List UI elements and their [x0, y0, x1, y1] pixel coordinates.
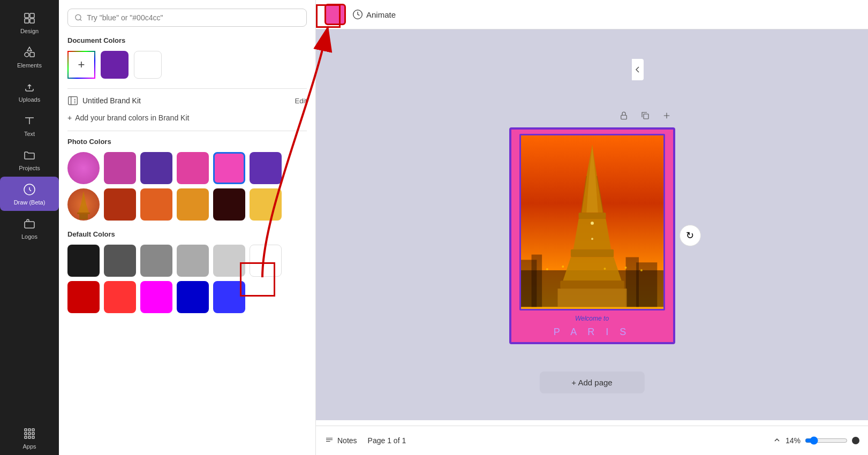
photo-swatch-4[interactable]	[177, 152, 209, 184]
sidebar-item-logos[interactable]: Logos	[0, 211, 59, 245]
photo-swatch-2[interactable]	[104, 152, 136, 184]
photo-swatch-11[interactable]	[213, 188, 245, 221]
chevron-up-icon	[773, 436, 781, 444]
add-page-icon	[662, 111, 671, 120]
elements-icon	[22, 45, 37, 60]
svg-marker-19	[78, 191, 89, 213]
eiffel-tower-svg	[521, 134, 663, 309]
add-page-button[interactable]: + Add page	[539, 371, 644, 393]
duplicate-icon	[640, 111, 650, 120]
photo-swatch-12[interactable]	[250, 188, 282, 221]
svg-rect-2	[25, 19, 29, 23]
def-swatch-magenta[interactable]	[140, 281, 172, 313]
sidebar-item-design[interactable]: Design	[0, 5, 59, 40]
color-preview-button[interactable]	[324, 4, 346, 25]
eiffel-mini-icon	[67, 188, 100, 221]
color-search-bar[interactable]	[67, 9, 307, 27]
svg-rect-0	[25, 13, 29, 18]
photo-swatch-3[interactable]	[140, 152, 172, 184]
chevron-up-button[interactable]	[773, 436, 781, 446]
duplicate-button[interactable]	[637, 107, 654, 124]
design-card-container: Welcome to P A R I S ↻	[509, 127, 675, 344]
add-brand-label: Add your brand colors in Brand Kit	[75, 113, 189, 122]
draw-icon	[22, 182, 37, 197]
svg-rect-28	[531, 254, 542, 307]
color-search-input[interactable]	[87, 13, 300, 22]
svg-rect-13	[32, 433, 34, 435]
sidebar-label-text: Text	[24, 131, 35, 137]
refresh-button[interactable]: ↻	[680, 225, 701, 246]
divider-2	[67, 131, 307, 131]
animate-button[interactable]: Animate	[352, 9, 396, 20]
def-swatch-white[interactable]	[250, 245, 282, 277]
sidebar-item-text[interactable]: Text	[0, 108, 59, 142]
svg-rect-7	[25, 222, 34, 228]
zoom-level: 14%	[786, 436, 801, 445]
svg-rect-3	[30, 19, 34, 23]
def-swatch-black[interactable]	[67, 245, 100, 277]
notes-button[interactable]: Notes	[324, 436, 357, 445]
color-panel: Document Colors + Untitled Brand Kit Edi…	[59, 0, 316, 455]
doc-color-purple[interactable]	[101, 51, 129, 79]
sidebar-label-apps: Apps	[22, 443, 36, 450]
collapse-panel-button[interactable]	[632, 59, 644, 80]
doc-color-white[interactable]	[134, 51, 162, 79]
svg-point-39	[591, 221, 594, 224]
def-swatch-blue[interactable]	[177, 281, 209, 313]
notes-icon	[324, 436, 334, 445]
def-swatch-red[interactable]	[67, 281, 100, 313]
svg-point-43	[546, 268, 548, 270]
svg-point-17	[76, 14, 81, 20]
photo-swatch-6[interactable]	[250, 152, 282, 184]
def-swatch-lightblue[interactable]	[213, 281, 245, 313]
add-brand-colors-button[interactable]: + Add your brand colors in Brand Kit	[67, 111, 189, 124]
photo-swatch-5-selected[interactable]	[213, 152, 245, 184]
zoom-slider[interactable]	[805, 436, 848, 445]
document-colors-swatches: +	[67, 51, 307, 79]
brand-kit-left: Untitled Brand Kit	[67, 95, 141, 106]
photo-swatch-1[interactable]	[67, 152, 100, 184]
add-brand-plus-icon: +	[67, 113, 72, 122]
notes-label: Notes	[337, 436, 357, 445]
sidebar-item-uploads[interactable]: Uploads	[0, 74, 59, 108]
collapse-icon	[635, 66, 640, 73]
def-swatch-lightgray[interactable]	[177, 245, 209, 277]
add-to-page-button[interactable]	[658, 107, 675, 124]
photo-swatch-eiffel[interactable]	[67, 188, 100, 221]
sidebar-label-projects: Projects	[19, 165, 40, 171]
default-colors-grid	[67, 245, 307, 313]
page-indicator: Page 1 of 1	[368, 436, 406, 445]
sidebar-item-apps[interactable]: Apps	[0, 421, 59, 455]
sidebar-item-elements[interactable]: Elements	[0, 40, 59, 74]
svg-point-46	[640, 269, 642, 271]
sidebar-item-draw[interactable]: Draw (Beta)	[0, 177, 59, 211]
photo-swatch-9[interactable]	[140, 188, 172, 221]
svg-rect-37	[560, 280, 624, 289]
brand-kit-row: Untitled Brand Kit Edit	[67, 95, 307, 106]
def-swatch-darkgray[interactable]	[104, 245, 136, 277]
add-color-swatch[interactable]: +	[67, 51, 95, 79]
svg-rect-1	[30, 13, 34, 18]
sidebar-item-projects[interactable]: Projects	[0, 142, 59, 177]
def-swatch-silver[interactable]	[213, 245, 245, 277]
zoom-dot	[852, 437, 859, 444]
brand-kit-edit-button[interactable]: Edit	[295, 97, 307, 105]
default-colors-title: Default Colors	[67, 230, 307, 238]
def-swatch-lightred[interactable]	[104, 281, 136, 313]
projects-icon	[22, 148, 37, 163]
photo-swatch-8[interactable]	[104, 188, 136, 221]
def-swatch-gray[interactable]	[140, 245, 172, 277]
lock-button[interactable]	[615, 107, 632, 124]
brand-kit-name: Untitled Brand Kit	[82, 96, 141, 105]
svg-point-40	[591, 238, 593, 240]
svg-point-5	[25, 52, 29, 57]
animate-label: Animate	[366, 10, 396, 19]
svg-rect-21	[79, 214, 88, 219]
uploads-icon	[22, 79, 37, 94]
zoom-control: 14%	[773, 436, 859, 446]
brand-kit-icon	[67, 95, 78, 106]
canvas-area: Welcome to P A R I S ↻ + Add page	[316, 29, 868, 420]
photo-swatch-10[interactable]	[177, 188, 209, 221]
svg-rect-15	[28, 436, 31, 438]
svg-rect-12	[28, 433, 31, 435]
